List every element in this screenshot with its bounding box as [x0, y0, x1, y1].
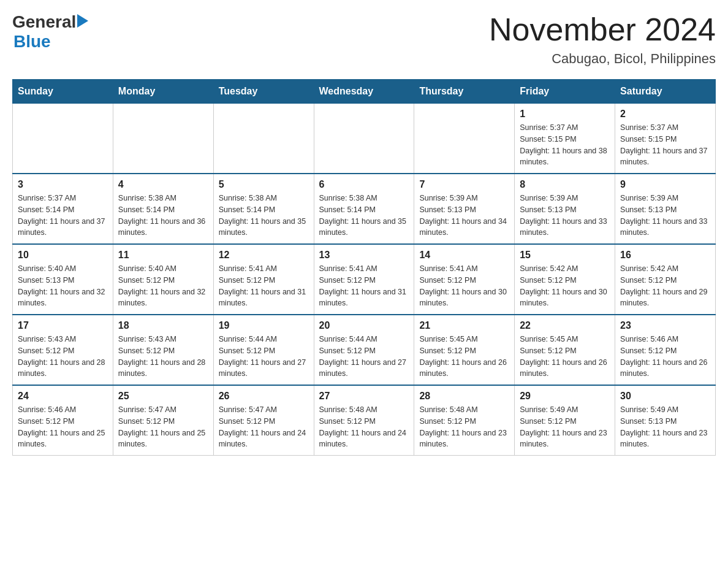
- day-info: Sunrise: 5:37 AMSunset: 5:14 PMDaylight:…: [18, 193, 108, 239]
- day-number: 26: [219, 391, 309, 402]
- day-number: 22: [520, 320, 610, 331]
- day-number: 11: [118, 250, 208, 261]
- calendar-day-cell: [314, 104, 414, 174]
- day-number: 16: [620, 250, 710, 261]
- calendar-day-cell: 22Sunrise: 5:45 AMSunset: 5:12 PMDayligh…: [515, 315, 615, 385]
- day-info: Sunrise: 5:43 AMSunset: 5:12 PMDaylight:…: [118, 334, 208, 380]
- calendar-day-cell: 14Sunrise: 5:41 AMSunset: 5:12 PMDayligh…: [414, 244, 515, 315]
- day-info: Sunrise: 5:45 AMSunset: 5:12 PMDaylight:…: [419, 334, 509, 380]
- day-number: 6: [319, 179, 409, 190]
- calendar-day-cell: 29Sunrise: 5:49 AMSunset: 5:12 PMDayligh…: [515, 385, 615, 456]
- day-number: 18: [118, 320, 208, 331]
- calendar-day-cell: 9Sunrise: 5:39 AMSunset: 5:13 PMDaylight…: [615, 174, 716, 244]
- day-number: 27: [319, 391, 409, 402]
- calendar-week-row: 3Sunrise: 5:37 AMSunset: 5:14 PMDaylight…: [13, 174, 716, 244]
- day-info: Sunrise: 5:45 AMSunset: 5:12 PMDaylight:…: [520, 334, 610, 380]
- day-info: Sunrise: 5:42 AMSunset: 5:12 PMDaylight:…: [620, 263, 710, 309]
- day-info: Sunrise: 5:48 AMSunset: 5:12 PMDaylight:…: [319, 404, 409, 450]
- day-info: Sunrise: 5:48 AMSunset: 5:12 PMDaylight:…: [419, 404, 509, 450]
- day-number: 24: [18, 391, 108, 402]
- col-monday: Monday: [113, 80, 213, 104]
- logo-line1: General: [12, 12, 88, 32]
- day-info: Sunrise: 5:39 AMSunset: 5:13 PMDaylight:…: [620, 193, 710, 239]
- calendar-day-cell: 5Sunrise: 5:38 AMSunset: 5:14 PMDaylight…: [213, 174, 314, 244]
- day-info: Sunrise: 5:44 AMSunset: 5:12 PMDaylight:…: [219, 334, 309, 380]
- day-number: 23: [620, 320, 710, 331]
- day-number: 3: [18, 179, 108, 190]
- col-friday: Friday: [515, 80, 615, 104]
- day-number: 10: [18, 250, 108, 261]
- day-info: Sunrise: 5:49 AMSunset: 5:13 PMDaylight:…: [620, 404, 710, 450]
- day-info: Sunrise: 5:39 AMSunset: 5:13 PMDaylight:…: [419, 193, 509, 239]
- calendar-subtitle: Cabugao, Bicol, Philippines: [489, 51, 716, 67]
- calendar-day-cell: 25Sunrise: 5:47 AMSunset: 5:12 PMDayligh…: [113, 385, 213, 456]
- svg-marker-0: [77, 14, 88, 28]
- calendar-day-cell: 13Sunrise: 5:41 AMSunset: 5:12 PMDayligh…: [314, 244, 414, 315]
- day-number: 17: [18, 320, 108, 331]
- day-number: 15: [520, 250, 610, 261]
- title-section: November 2024 Cabugao, Bicol, Philippine…: [489, 12, 716, 67]
- day-info: Sunrise: 5:38 AMSunset: 5:14 PMDaylight:…: [118, 193, 208, 239]
- calendar-day-cell: 19Sunrise: 5:44 AMSunset: 5:12 PMDayligh…: [213, 315, 314, 385]
- calendar-title: November 2024: [489, 12, 716, 47]
- col-wednesday: Wednesday: [314, 80, 414, 104]
- calendar-day-cell: 10Sunrise: 5:40 AMSunset: 5:13 PMDayligh…: [13, 244, 113, 315]
- day-number: 9: [620, 179, 710, 190]
- col-thursday: Thursday: [414, 80, 515, 104]
- day-info: Sunrise: 5:49 AMSunset: 5:12 PMDaylight:…: [520, 404, 610, 450]
- day-info: Sunrise: 5:39 AMSunset: 5:13 PMDaylight:…: [520, 193, 610, 239]
- calendar-day-cell: 4Sunrise: 5:38 AMSunset: 5:14 PMDaylight…: [113, 174, 213, 244]
- day-info: Sunrise: 5:37 AMSunset: 5:15 PMDaylight:…: [520, 122, 610, 168]
- calendar-day-cell: 15Sunrise: 5:42 AMSunset: 5:12 PMDayligh…: [515, 244, 615, 315]
- day-info: Sunrise: 5:41 AMSunset: 5:12 PMDaylight:…: [419, 263, 509, 309]
- day-info: Sunrise: 5:43 AMSunset: 5:12 PMDaylight:…: [18, 334, 108, 380]
- calendar-day-cell: 24Sunrise: 5:46 AMSunset: 5:12 PMDayligh…: [13, 385, 113, 456]
- day-number: 2: [620, 109, 710, 120]
- day-number: 28: [419, 391, 509, 402]
- calendar-day-cell: 2Sunrise: 5:37 AMSunset: 5:15 PMDaylight…: [615, 104, 716, 174]
- calendar-week-row: 10Sunrise: 5:40 AMSunset: 5:13 PMDayligh…: [13, 244, 716, 315]
- calendar-header-row: Sunday Monday Tuesday Wednesday Thursday…: [13, 80, 716, 104]
- day-info: Sunrise: 5:38 AMSunset: 5:14 PMDaylight:…: [319, 193, 409, 239]
- calendar-day-cell: 26Sunrise: 5:47 AMSunset: 5:12 PMDayligh…: [213, 385, 314, 456]
- calendar-day-cell: [13, 104, 113, 174]
- calendar-day-cell: 16Sunrise: 5:42 AMSunset: 5:12 PMDayligh…: [615, 244, 716, 315]
- logo-general-text: General: [12, 12, 76, 32]
- day-info: Sunrise: 5:41 AMSunset: 5:12 PMDaylight:…: [219, 263, 309, 309]
- calendar-day-cell: [213, 104, 314, 174]
- calendar-day-cell: 7Sunrise: 5:39 AMSunset: 5:13 PMDaylight…: [414, 174, 515, 244]
- calendar-day-cell: 12Sunrise: 5:41 AMSunset: 5:12 PMDayligh…: [213, 244, 314, 315]
- day-info: Sunrise: 5:40 AMSunset: 5:13 PMDaylight:…: [18, 263, 108, 309]
- day-info: Sunrise: 5:47 AMSunset: 5:12 PMDaylight:…: [118, 404, 208, 450]
- day-info: Sunrise: 5:46 AMSunset: 5:12 PMDaylight:…: [18, 404, 108, 450]
- day-number: 12: [219, 250, 309, 261]
- calendar-day-cell: 8Sunrise: 5:39 AMSunset: 5:13 PMDaylight…: [515, 174, 615, 244]
- col-sunday: Sunday: [13, 80, 113, 104]
- calendar-day-cell: 17Sunrise: 5:43 AMSunset: 5:12 PMDayligh…: [13, 315, 113, 385]
- day-number: 25: [118, 391, 208, 402]
- calendar-day-cell: 28Sunrise: 5:48 AMSunset: 5:12 PMDayligh…: [414, 385, 515, 456]
- day-info: Sunrise: 5:44 AMSunset: 5:12 PMDaylight:…: [319, 334, 409, 380]
- day-number: 21: [419, 320, 509, 331]
- calendar-day-cell: 3Sunrise: 5:37 AMSunset: 5:14 PMDaylight…: [13, 174, 113, 244]
- calendar-day-cell: 30Sunrise: 5:49 AMSunset: 5:13 PMDayligh…: [615, 385, 716, 456]
- calendar-day-cell: [113, 104, 213, 174]
- day-info: Sunrise: 5:42 AMSunset: 5:12 PMDaylight:…: [520, 263, 610, 309]
- calendar-day-cell: 6Sunrise: 5:38 AMSunset: 5:14 PMDaylight…: [314, 174, 414, 244]
- day-number: 4: [118, 179, 208, 190]
- calendar-day-cell: 18Sunrise: 5:43 AMSunset: 5:12 PMDayligh…: [113, 315, 213, 385]
- calendar-day-cell: 11Sunrise: 5:40 AMSunset: 5:12 PMDayligh…: [113, 244, 213, 315]
- logo-arrow-icon: [77, 14, 88, 28]
- day-number: 30: [620, 391, 710, 402]
- calendar-day-cell: 27Sunrise: 5:48 AMSunset: 5:12 PMDayligh…: [314, 385, 414, 456]
- calendar-day-cell: 1Sunrise: 5:37 AMSunset: 5:15 PMDaylight…: [515, 104, 615, 174]
- calendar-day-cell: 20Sunrise: 5:44 AMSunset: 5:12 PMDayligh…: [314, 315, 414, 385]
- day-number: 19: [219, 320, 309, 331]
- calendar-day-cell: 21Sunrise: 5:45 AMSunset: 5:12 PMDayligh…: [414, 315, 515, 385]
- calendar-week-row: 1Sunrise: 5:37 AMSunset: 5:15 PMDaylight…: [13, 104, 716, 174]
- day-number: 13: [319, 250, 409, 261]
- logo-blue-line2: Blue: [13, 32, 88, 52]
- day-number: 5: [219, 179, 309, 190]
- day-number: 1: [520, 109, 610, 120]
- day-info: Sunrise: 5:41 AMSunset: 5:12 PMDaylight:…: [319, 263, 409, 309]
